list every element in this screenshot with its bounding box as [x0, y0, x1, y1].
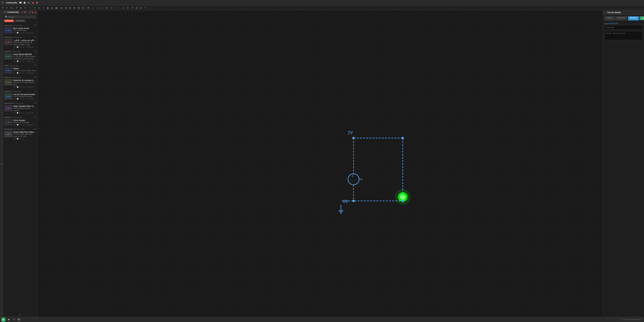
toolbar-bowtie[interactable]: ⋈ [72, 6, 76, 10]
circuit-group[interactable]: luis30 8 hours ago ••• Opam Inv. No inv.… [3, 63, 37, 75]
toolbar-v[interactable]: V [33, 6, 37, 10]
stat-views: 👁 23 [21, 60, 24, 62]
sidebar-bookmark-icon[interactable]: 🔖 [31, 11, 34, 13]
scroll-down-arrow[interactable]: ▼ [3, 313, 37, 317]
stat-views: 👁 11 [21, 72, 24, 74]
toolbar-angle-right[interactable]: 〉 [117, 6, 122, 10]
trash-icon[interactable]: 🗑 [35, 1, 39, 5]
home-icon[interactable]: 🏠 [23, 1, 26, 5]
group-more-icon[interactable]: ••• [34, 116, 36, 118]
search-bar[interactable]: 🔍 [4, 15, 36, 18]
circuit-group[interactable]: Paarthurnax 10 hours ago ••• Active High… [3, 127, 37, 141]
circuit-canvas[interactable]: 2V + - % [38, 10, 603, 317]
left-collapse-arrow[interactable]: ◀ [0, 10, 3, 317]
toolbar-box-plus[interactable]: ⊕ [60, 6, 64, 10]
circuit-item[interactable]: Opam Inv. No inv. Dum. Deriv. Integ. ♥ 0… [4, 67, 36, 74]
circuit-item[interactable]: RLC serial circuit RLC serial circuit ♥ … [4, 27, 36, 34]
sidebar-gear-icon[interactable]: ⚙ [29, 11, 30, 13]
book-icon[interactable]: 📖 [18, 1, 22, 5]
circuit-group[interactable]: webcircuits 3 hours ago ••• RLC serial c… [3, 23, 37, 35]
stat-likes: ♥ 0 [14, 32, 16, 34]
user-link[interactable]: aud3533816530 [603, 22, 644, 24]
group-more-icon[interactable]: ••• [34, 50, 36, 53]
tab-popular[interactable]: POPULAR [14, 19, 26, 22]
toolbar-left-tri[interactable]: ◁ [109, 6, 113, 10]
search-input[interactable] [8, 16, 35, 18]
circuit-group[interactable]: osigomes 9 hours ago ••• Luz de Led para… [3, 89, 37, 101]
group-author: Paarthurnax [4, 128, 14, 130]
circuit-group[interactable]: dragoola 7 hours ago ••• Pulse BLDC MOTO… [3, 49, 37, 63]
group-more-icon[interactable]: ••• [34, 128, 36, 130]
screenshot-button[interactable]: 📷 [17, 318, 21, 322]
circuit-item[interactable]: ...إلي ثنائي غير متزامن - تنازلي Asynchr… [4, 39, 36, 48]
toolbar-intersect[interactable]: ∩ [90, 6, 95, 10]
tab-recent[interactable]: RECENT [4, 19, 14, 22]
toolbar-crosshair[interactable]: ✛ [14, 6, 19, 10]
circuit-item[interactable]: Liion charger Sketchy liion charger ♥ 0 … [4, 119, 36, 126]
group-more-icon[interactable]: ••• [34, 64, 36, 67]
toolbar-angle-left[interactable]: 〈 [113, 6, 117, 10]
toolbar-tri-l3[interactable]: ⊴ [134, 6, 139, 10]
circuit-item[interactable]: Detector de energia el... Detector de en… [4, 79, 36, 88]
toolbar-circle-dot[interactable]: ⊙ [37, 6, 41, 10]
tab-private[interactable]: PRIVATE [628, 16, 639, 20]
canvas-area[interactable]: 2V + - % [38, 10, 603, 317]
toolbar-question[interactable]: ? [143, 6, 147, 10]
circuit-group[interactable]: Paarthurnax 9 hours ago ••• State Variab… [3, 101, 37, 115]
circuit-item[interactable]: Pulse BLDC MOTOR LL 100mH CC 100mf pulse… [4, 53, 36, 62]
group-more-icon[interactable]: ••• [34, 90, 36, 93]
sidebar-pin-icon[interactable]: 📌 [24, 11, 26, 13]
toolbar-square-x[interactable]: ⊠ [77, 6, 81, 10]
play-button[interactable]: ▶ [1, 318, 6, 322]
toolbar-plus-box[interactable]: ⊞ [19, 6, 23, 10]
circuit-item[interactable]: State Variable Filter Ci... Independantl… [4, 105, 36, 114]
title-input[interactable] [604, 25, 643, 30]
group-more-icon[interactable]: ••• [34, 36, 36, 38]
circuit-group[interactable]: 1mattchu 10 hours ago ••• Liion charger … [3, 115, 37, 127]
gear-icon[interactable]: ⚙ [27, 1, 30, 5]
stat-duration: ⏱ 00:08:19 [26, 98, 34, 100]
bookmark-icon[interactable]: 🔖 [31, 1, 35, 5]
circuit-item[interactable]: Luz de Led para tomada Luz de Led para T… [4, 93, 36, 100]
group-more-icon[interactable]: ••• [34, 24, 36, 26]
circuit-thumbnail [4, 119, 12, 125]
toolbar-grid-minus[interactable]: ⊟ [68, 6, 72, 10]
sidebar-expand-icon[interactable]: ⊡ [22, 11, 23, 13]
toolbar-square-dot[interactable]: ⊡ [81, 6, 85, 10]
group-more-icon[interactable]: ••• [34, 102, 36, 104]
stop-button[interactable]: ⏺ [6, 318, 11, 322]
toolbar-e[interactable]: Ǝ [23, 6, 27, 10]
sidebar-home-icon[interactable]: ⌂ [27, 11, 28, 13]
save-button[interactable]: SAVE [640, 16, 644, 20]
stat-views: 👁 22 [21, 32, 24, 34]
fit-screen-button[interactable]: ⛶ [618, 318, 622, 322]
toolbar-right-tri[interactable]: ▷ [122, 6, 126, 10]
toolbar-m[interactable]: M [86, 6, 90, 10]
toolbar-rotate-ccw[interactable]: ↺ [1, 6, 5, 10]
toolbar-diamond-fill[interactable]: ◆ [46, 6, 50, 10]
toolbar-perp[interactable]: ⊣ [28, 6, 32, 10]
toolbar-tri-r3[interactable]: ⊵ [139, 6, 143, 10]
sidebar-trash-icon[interactable]: 🗑 [34, 11, 36, 13]
toolbar-diamond-dot[interactable]: ◈ [50, 6, 54, 10]
toolbar-grid[interactable]: ⊞ [64, 6, 68, 10]
circuit-group[interactable]: osigomes 9 hours ago ••• Detector de ene… [3, 75, 37, 89]
arrow-left-bottom[interactable]: ← [612, 318, 616, 322]
toolbar-diamond[interactable]: ◇ [41, 6, 46, 10]
toolbar-bullseye[interactable]: ◉ [54, 6, 58, 10]
toolbar-rotate-cw[interactable]: ↻ [5, 6, 9, 10]
toolbar-not-equiv[interactable]: ≢ [104, 6, 108, 10]
toolbar-add[interactable]: ⊕ [9, 6, 14, 10]
description-input[interactable] [604, 31, 643, 40]
toolbar-tri-l2[interactable]: ⊲ [130, 6, 134, 10]
tab-unlisted[interactable]: UNLISTED [615, 16, 627, 20]
toolbar-equiv[interactable]: ≡ [100, 6, 104, 10]
timer-button[interactable]: ⏱ [12, 318, 16, 322]
circuit-group[interactable]: Alaahacen 6 hours ago ••• ...إلي ثنائي غ… [3, 35, 37, 49]
circuit-item[interactable]: Active High Pass Filter... An active hig… [4, 131, 36, 140]
tab-public[interactable]: PUBLIC [604, 16, 614, 20]
group-more-icon[interactable]: ••• [34, 76, 36, 78]
toolbar-bottom[interactable]: ⊥ [95, 6, 99, 10]
toolbar-tri-r2[interactable]: ⊳ [126, 6, 130, 10]
app-menu-icon[interactable]: ⬛ [1, 1, 4, 5]
